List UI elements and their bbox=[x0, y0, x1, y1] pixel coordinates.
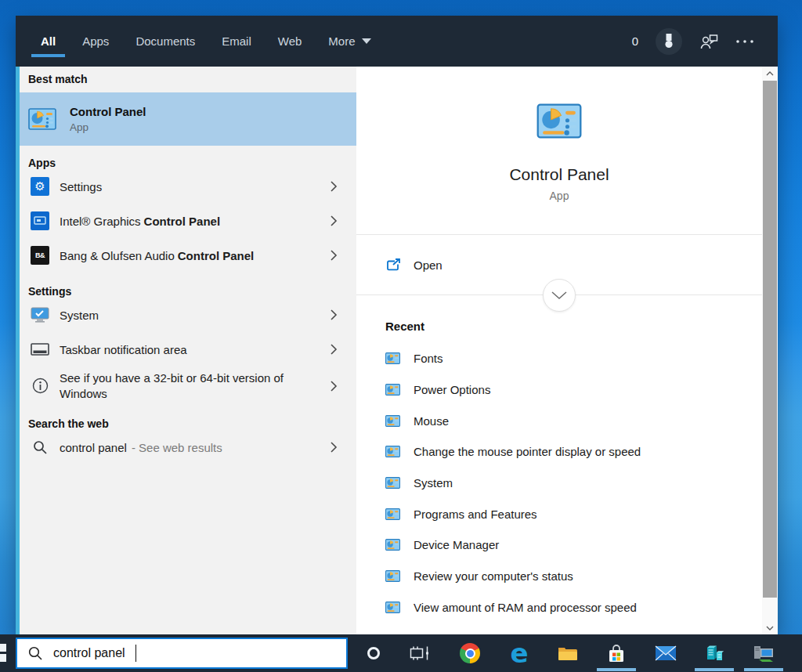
chevron-right-icon[interactable] bbox=[330, 309, 338, 321]
taskbar-search-box[interactable]: control panel bbox=[16, 638, 348, 669]
result-taskbar-label: Taskbar notification area bbox=[60, 343, 187, 356]
search-input[interactable]: control panel bbox=[53, 646, 125, 660]
task-view-button[interactable] bbox=[400, 634, 439, 672]
tab-email[interactable]: Email bbox=[222, 16, 251, 67]
start-button[interactable] bbox=[0, 644, 6, 663]
chevron-right-icon[interactable] bbox=[330, 180, 338, 193]
recent-item-label: Review your computer's status bbox=[414, 569, 573, 583]
control-panel-icon bbox=[28, 108, 56, 130]
task-view-icon bbox=[410, 645, 430, 662]
recent-item-label: Change the mouse pointer display or spee… bbox=[414, 445, 641, 458]
tab-web-label: Web bbox=[278, 34, 302, 48]
recent-item[interactable]: View amount of RAM and processor speed bbox=[356, 592, 762, 623]
feedback-icon[interactable] bbox=[699, 33, 718, 49]
server-glyph bbox=[704, 643, 724, 663]
result-bang-olufsen-control-panel[interactable]: B& Bang & Olufsen AudioControl Panel bbox=[20, 238, 356, 273]
result-system[interactable]: System bbox=[20, 298, 356, 332]
best-match-subtitle: App bbox=[70, 121, 146, 133]
caret-down-icon bbox=[362, 38, 371, 44]
recent-item-label: System bbox=[414, 476, 453, 490]
result-intel-graphics-control-panel[interactable]: Intel® GraphicsControl Panel bbox=[20, 204, 356, 238]
store-glyph bbox=[607, 643, 626, 663]
open-button-label: Open bbox=[414, 258, 443, 272]
best-match-label: Best match bbox=[28, 73, 356, 85]
control-panel-icon-small bbox=[385, 602, 400, 613]
microsoft-store-icon[interactable] bbox=[597, 634, 636, 672]
network-computer-icon[interactable] bbox=[744, 634, 783, 672]
result-bo-label: Bang & Olufsen AudioControl Panel bbox=[60, 249, 254, 262]
cortana-button[interactable] bbox=[354, 634, 393, 672]
control-panel-icon-small bbox=[385, 446, 400, 457]
ellipsis-glyph bbox=[735, 39, 754, 44]
recent-item[interactable]: Power Options bbox=[356, 374, 762, 406]
file-explorer-icon[interactable] bbox=[548, 634, 587, 672]
settings-section-label: Settings bbox=[28, 285, 356, 298]
chevron-right-icon[interactable] bbox=[330, 215, 338, 227]
result-intel-label: Intel® GraphicsControl Panel bbox=[60, 215, 220, 228]
taskbar-area-icon bbox=[30, 343, 50, 356]
rewards-medal-icon[interactable] bbox=[656, 28, 682, 55]
search-header: All Apps Documents Email Web More 0 bbox=[16, 16, 778, 67]
scrollbar-thumb[interactable] bbox=[763, 81, 777, 598]
result-web-search[interactable]: control panel- See web results bbox=[20, 430, 356, 464]
recent-item[interactable]: Fonts bbox=[356, 343, 762, 374]
bo-glyph: B& bbox=[35, 251, 45, 259]
system-display-icon bbox=[30, 306, 50, 323]
preview-panel: Control Panel App Open Recent bbox=[356, 67, 762, 634]
web-section-label: Search the web bbox=[28, 417, 356, 430]
control-panel-icon-large bbox=[536, 103, 582, 139]
result-web-label: control panel- See web results bbox=[60, 441, 222, 454]
chevron-right-icon[interactable] bbox=[330, 343, 338, 356]
scroll-down-arrow[interactable] bbox=[762, 621, 778, 634]
recent-list: Fonts Power Options bbox=[356, 343, 762, 623]
tab-documents-label: Documents bbox=[135, 34, 195, 48]
tab-all[interactable]: All bbox=[41, 16, 56, 67]
result-taskbar-notification-area[interactable]: Taskbar notification area bbox=[20, 332, 356, 367]
preview-app-title: Control Panel bbox=[356, 165, 762, 184]
chevron-right-icon[interactable] bbox=[330, 441, 338, 453]
recent-item[interactable]: Device Manager bbox=[356, 529, 762, 561]
expand-chevron-button[interactable] bbox=[543, 279, 576, 312]
chevron-right-icon[interactable] bbox=[330, 249, 338, 262]
rewards-count: 0 bbox=[632, 34, 638, 48]
apps-section-label: Apps bbox=[28, 157, 356, 169]
chrome-icon[interactable] bbox=[450, 634, 490, 672]
tab-apps[interactable]: Apps bbox=[82, 16, 109, 67]
intel-graphics-icon bbox=[30, 211, 50, 230]
preview-app-subtitle: App bbox=[356, 190, 762, 202]
ellipsis-icon[interactable] bbox=[735, 39, 754, 44]
chevron-right-icon[interactable] bbox=[330, 380, 338, 392]
mail-icon[interactable] bbox=[646, 634, 685, 672]
header-actions: 0 bbox=[632, 28, 778, 55]
tab-web[interactable]: Web bbox=[278, 16, 302, 67]
tab-more[interactable]: More bbox=[328, 16, 370, 67]
search-icon bbox=[30, 439, 50, 455]
best-match-item[interactable]: Control Panel App bbox=[20, 92, 356, 146]
search-filter-tabs: All Apps Documents Email Web More bbox=[16, 16, 371, 67]
result-32-or-64-bit[interactable]: See if you have a 32-bit or 64-bit versi… bbox=[20, 367, 356, 405]
scroll-up-arrow[interactable] bbox=[762, 67, 778, 80]
chrome-ball bbox=[460, 643, 480, 663]
mail-glyph bbox=[655, 645, 677, 661]
gear-glyph: ⚙ bbox=[34, 179, 45, 193]
recent-item[interactable]: Mouse bbox=[356, 405, 762, 436]
edge-icon[interactable]: e bbox=[500, 634, 539, 672]
tab-documents[interactable]: Documents bbox=[135, 16, 195, 67]
recent-item[interactable]: Change the mouse pointer display or spee… bbox=[356, 436, 762, 468]
recent-item[interactable]: System bbox=[356, 468, 762, 499]
recent-item-label: Power Options bbox=[414, 383, 490, 396]
tab-apps-label: Apps bbox=[82, 34, 109, 48]
recent-item-label: Fonts bbox=[414, 352, 443, 365]
best-match-text: Control Panel App bbox=[70, 105, 146, 133]
computer-glyph bbox=[753, 644, 775, 663]
recent-item[interactable]: Review your computer's status bbox=[356, 561, 762, 592]
recent-item-label: View amount of RAM and processor speed bbox=[414, 601, 637, 614]
result-settings[interactable]: ⚙ Settings bbox=[20, 169, 356, 204]
recent-item[interactable]: Programs and Features bbox=[356, 498, 762, 529]
scrollbar[interactable] bbox=[762, 67, 778, 634]
info-icon bbox=[30, 378, 50, 394]
taskbar: control panel e bbox=[0, 634, 802, 672]
tab-all-label: All bbox=[41, 34, 56, 48]
search-flyout: All Apps Documents Email Web More 0 bbox=[16, 16, 778, 634]
server-app-icon[interactable] bbox=[695, 634, 734, 672]
